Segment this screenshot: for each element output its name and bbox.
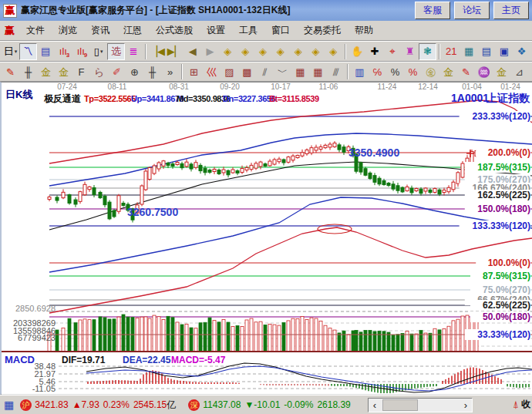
candle-style-icon[interactable]: ▯▾ <box>89 43 107 60</box>
angle-icon[interactable]: ⊿ <box>510 63 528 80</box>
dropdown-arrow-icon[interactable]: ▾ <box>15 49 18 55</box>
dropdown-arrow-icon[interactable]: ▾ <box>100 49 103 55</box>
menu-item-8[interactable]: 交易委托 <box>297 22 348 39</box>
diamond-right-icon[interactable]: ◈ <box>237 43 254 60</box>
gold-grid-2-icon[interactable]: 金 <box>55 63 72 80</box>
red-grid-1-icon: ▦ <box>295 67 305 77</box>
quote-grid-icon[interactable]: ▦ <box>4 399 14 411</box>
title-button-home[interactable]: 主页 <box>493 2 529 19</box>
menu-item-7[interactable]: 窗口 <box>264 22 297 39</box>
gold-avg-icon[interactable]: 金 <box>493 63 510 80</box>
angle-lines-icon[interactable]: ⫽ <box>256 63 274 80</box>
more-tools-icon[interactable]: » <box>161 63 179 80</box>
red-grid-2-icon[interactable]: ▦ <box>309 63 327 80</box>
kline-chart[interactable]: 07-2408-1108-3109-2010-1711-0611-2412-14… <box>2 82 532 395</box>
menu-item-9[interactable]: 帮助 <box>348 22 380 39</box>
gold-grid-1-icon[interactable]: 金 <box>37 63 55 80</box>
scrollbar-thumb[interactable] <box>382 399 418 411</box>
title-button-forum[interactable]: 论坛 <box>454 2 490 19</box>
menu-item-6[interactable]: 工具 <box>232 22 264 39</box>
diamond-down-icon[interactable]: ◈ <box>271 43 289 60</box>
toolbar-separator <box>145 44 146 59</box>
notebook-icon[interactable]: ▤ <box>478 43 496 60</box>
chart-area[interactable]: 07-2408-1108-3109-2010-1711-0611-2412-14… <box>0 82 532 395</box>
volume-bar <box>153 315 156 352</box>
volume-bar <box>190 328 193 352</box>
chart-scrollbar[interactable]: ‹ › <box>368 398 473 412</box>
bars-3-icon[interactable]: ılı3 <box>54 43 72 60</box>
diamond-up-icon[interactable]: ◈ <box>254 43 272 60</box>
hatch-box-icon[interactable]: ▨ <box>221 63 238 80</box>
status-bar: ▦ 沪 3421.83 ▲7.93 0.23% 2545.15 亿 深 1143… <box>0 395 532 414</box>
candle-body <box>342 147 345 153</box>
diamond-4way-icon[interactable]: ◈ <box>307 43 325 60</box>
rocket-pen-icon[interactable]: ✎ <box>457 63 475 80</box>
shanghai-market-icon[interactable]: 沪 <box>20 399 32 411</box>
color-bars-icon[interactable]: ≣ <box>125 43 143 60</box>
spiral-icon[interactable]: ら <box>90 63 108 80</box>
next-icon[interactable]: ▶ <box>201 43 219 60</box>
calendar-icon[interactable]: 21 <box>443 43 460 60</box>
diamond-expand-icon[interactable]: ◈ <box>289 43 307 60</box>
circle-grid-icon[interactable]: ⊕ <box>126 63 143 80</box>
vee-icon[interactable]: ﹀ <box>274 63 291 80</box>
scroll-right-arrow[interactable]: › <box>460 399 472 412</box>
red-grid-1-icon[interactable]: ▦ <box>291 63 309 80</box>
crosshair-icon[interactable]: ✚ <box>366 43 384 60</box>
menu-item-0[interactable]: 文件 <box>19 22 52 39</box>
trend-region-icon[interactable]: 〽 <box>19 43 37 60</box>
scroll-left-arrow[interactable]: ‹ <box>369 399 381 412</box>
candle-body <box>364 169 367 176</box>
menu-item-2[interactable]: 资讯 <box>84 22 116 39</box>
diamond-cross-icon[interactable]: ◈ <box>325 43 342 60</box>
box-draw-icon[interactable]: ⊞ <box>185 63 203 80</box>
percent-line-icon[interactable]: ℅ <box>369 63 386 80</box>
hand-icon[interactable]: ✋ <box>348 43 366 60</box>
price-ruler-icon[interactable]: ▥ <box>351 63 369 80</box>
bars-9-icon[interactable]: ılı9 <box>72 43 89 60</box>
gold-grid-1-icon: 金 <box>41 67 51 77</box>
gann-tool-icon[interactable]: ♜ <box>401 43 419 60</box>
calculator-icon[interactable]: ▦ <box>460 43 478 60</box>
prev-icon[interactable]: ◀ <box>184 43 201 60</box>
candle-body <box>117 196 120 212</box>
gold-line-icon[interactable]: 金 <box>439 63 457 80</box>
brain-icon[interactable]: ❃ <box>419 43 436 60</box>
volume-bar <box>328 328 332 352</box>
save-icon: ▣ <box>500 46 509 56</box>
parallel-icon[interactable]: ⫻ <box>327 63 345 80</box>
gold-circle-icon[interactable]: ㊎ <box>422 63 439 80</box>
net-box-icon[interactable]: ▩ <box>238 63 256 80</box>
gann-pen-icon[interactable]: ✎ <box>2 63 19 80</box>
candle-body <box>199 165 202 170</box>
volume-bar <box>254 322 258 352</box>
diamond-left-icon[interactable]: ◈ <box>219 43 237 60</box>
menu-item-5[interactable]: 设置 <box>200 22 232 39</box>
stock-select-icon[interactable]: 选 <box>107 43 125 60</box>
network-icon[interactable]: ❖ <box>513 43 530 60</box>
period-candle-icon[interactable]: 日▾ <box>2 43 19 60</box>
fibonacci-grid-icon[interactable]: F <box>72 63 90 80</box>
menu-item-4[interactable]: 公式选股 <box>149 22 200 39</box>
menu-item-1[interactable]: 浏览 <box>52 22 84 39</box>
info-panel-icon[interactable]: ▤ <box>37 43 55 60</box>
candle-body <box>387 183 390 186</box>
pen-grid-icon[interactable]: ✐ <box>108 63 126 80</box>
candle-body <box>447 187 450 191</box>
first-page-icon[interactable]: ▕◀ <box>149 43 167 60</box>
date-axis-label: 01-04 <box>462 82 482 91</box>
symbol-code: 1A0001 <box>451 92 489 104</box>
fan-lines-icon[interactable]: 巛 <box>203 63 221 80</box>
wave-gold-icon[interactable]: ♒ <box>475 63 493 80</box>
percent-icon[interactable]: % <box>386 63 404 80</box>
save-icon[interactable]: ▣ <box>495 43 513 60</box>
menu-item-3[interactable]: 江恩 <box>116 22 149 39</box>
plain-grid-icon[interactable]: ╫ <box>143 63 161 80</box>
sh-index-amount: 2545.15 <box>133 399 167 410</box>
zoom-pointer-icon[interactable]: ⌖ <box>383 43 401 60</box>
grid-tool-icon[interactable]: ╫ <box>19 63 37 80</box>
percent-gold-icon[interactable]: % <box>404 63 422 80</box>
title-button-service[interactable]: 客服 <box>415 2 450 19</box>
shenzhen-market-icon[interactable]: 深 <box>188 399 200 411</box>
last-page-icon[interactable]: ▶▏ <box>166 43 184 60</box>
